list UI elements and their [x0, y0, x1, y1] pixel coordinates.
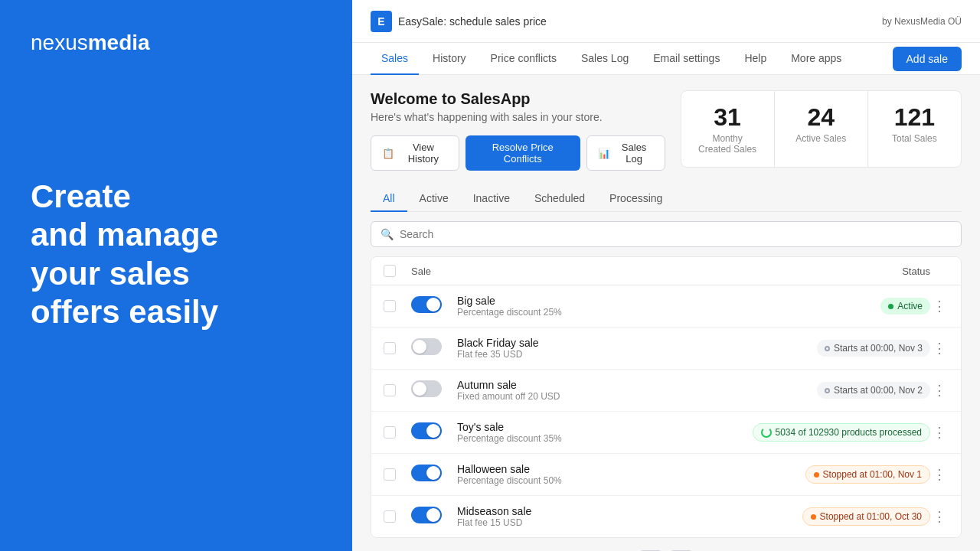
status-dot-2	[825, 346, 830, 351]
table-row: Halloween sale Percentage discount 50% S…	[371, 454, 961, 496]
more-options-3[interactable]: ⋮	[930, 382, 949, 399]
stat-label-total: Total Sales	[884, 133, 946, 144]
sale-name-4: Toy's sale	[457, 421, 762, 433]
status-badge-6: Stopped at 01:00, Oct 30	[802, 507, 930, 526]
add-sale-button[interactable]: Add sale	[893, 47, 962, 71]
top-bar: E EasySale: schedule sales price by Nexu…	[352, 0, 980, 43]
column-header-sale: Sale	[411, 266, 792, 277]
tab-more-apps[interactable]: More apps	[780, 43, 852, 75]
action-buttons: 📋 View History Resolve Price Conflicts 📊…	[371, 135, 665, 171]
row-checkbox-6[interactable]	[384, 510, 396, 523]
stats-cards: 31 Monthy Created Sales 24 Active Sales …	[681, 90, 962, 168]
table-row: Black Friday sale Flat fee 35 USD Starts…	[371, 328, 961, 370]
sale-name-2: Black Friday sale	[457, 337, 762, 349]
sale-name-5: Halloween sale	[457, 463, 762, 475]
status-badge-1: Active	[880, 298, 930, 315]
more-options-1[interactable]: ⋮	[930, 298, 949, 315]
app-title-row: E EasySale: schedule sales price	[371, 11, 547, 32]
tab-email-settings[interactable]: Email settings	[642, 43, 730, 75]
status-dot-3	[825, 388, 830, 393]
more-options-4[interactable]: ⋮	[930, 424, 949, 441]
search-input[interactable]	[400, 228, 952, 240]
more-options-5[interactable]: ⋮	[930, 466, 949, 483]
toggle-black-friday[interactable]	[411, 338, 442, 355]
toggle-toys[interactable]	[411, 422, 442, 439]
toggle-midseason[interactable]	[411, 507, 442, 523]
toggle-big-sale[interactable]	[411, 296, 442, 313]
sale-name-3: Autumn sale	[457, 379, 762, 391]
sale-desc-4: Percentage discount 35%	[457, 433, 762, 444]
sale-desc-1: Percentage discount 25%	[457, 307, 762, 318]
nav-tabs: Sales History Price conflicts Sales Log …	[352, 43, 980, 75]
sale-name-1: Big sale	[457, 295, 762, 307]
tab-price-conflicts[interactable]: Price conflicts	[480, 43, 567, 75]
sale-desc-2: Flat fee 35 USD	[457, 349, 762, 360]
tab-sales-log[interactable]: Sales Log	[570, 43, 639, 75]
right-panel: E EasySale: schedule sales price by Nexu…	[352, 0, 980, 551]
sale-desc-5: Percentage discount 50%	[457, 475, 762, 486]
search-icon: 🔍	[381, 228, 394, 240]
view-history-button[interactable]: 📋 View History	[371, 135, 459, 171]
toggle-halloween[interactable]	[411, 465, 442, 481]
sales-log-icon: 📊	[598, 148, 610, 159]
filter-tabs: All Active Inactive Scheduled Processing	[371, 186, 962, 212]
status-dot-1	[888, 304, 893, 309]
stat-number-total: 121	[884, 103, 946, 132]
sales-log-button[interactable]: 📊 Sales Log	[586, 135, 665, 171]
resolve-price-conflicts-button[interactable]: Resolve Price Conflicts	[466, 135, 580, 171]
table-header: Sale Status	[371, 257, 961, 285]
table-row: Big sale Percentage discount 25% Active …	[371, 285, 961, 328]
status-dot-6	[811, 514, 816, 520]
stat-number-active: 24	[790, 103, 852, 132]
status-badge-5: Stopped at 01:00, Nov 1	[805, 465, 930, 484]
select-all-checkbox[interactable]	[384, 265, 396, 277]
filter-tab-scheduled[interactable]: Scheduled	[522, 186, 597, 212]
app-title: EasySale: schedule sales price	[398, 15, 547, 28]
hero-line1: Createand manageyour salesoffers easily	[31, 178, 218, 330]
search-bar: 🔍	[371, 221, 962, 247]
sale-desc-3: Fixed amount off 20 USD	[457, 391, 762, 402]
row-checkbox-1[interactable]	[384, 300, 396, 312]
table-row: Midseason sale Flat fee 15 USD Stopped a…	[371, 496, 961, 537]
logo-second: media	[88, 31, 150, 54]
row-checkbox-5[interactable]	[384, 468, 396, 481]
hero-text: Createand manageyour salesoffers easily	[31, 178, 322, 332]
status-dot-4	[761, 427, 772, 438]
welcome-title: Welcome to SalesApp	[371, 90, 665, 108]
filter-tab-active[interactable]: Active	[407, 186, 461, 212]
logo: nexusmedia	[31, 31, 322, 55]
status-badge-3: Starts at 00:00, Nov 2	[817, 382, 930, 399]
filter-tab-all[interactable]: All	[371, 186, 407, 212]
more-options-2[interactable]: ⋮	[930, 340, 949, 357]
welcome-subtitle: Here's what's happening with sales in yo…	[371, 111, 665, 123]
tab-history[interactable]: History	[422, 43, 477, 75]
table-row: Toy's sale Percentage discount 35% 5034 …	[371, 412, 961, 454]
sale-desc-6: Flat fee 15 USD	[457, 517, 762, 528]
toggle-autumn[interactable]	[411, 380, 442, 397]
row-checkbox-2[interactable]	[384, 342, 396, 354]
tab-help[interactable]: Help	[733, 43, 777, 75]
status-badge-2: Starts at 00:00, Nov 3	[817, 340, 930, 357]
pagination: ‹ ›	[371, 538, 962, 551]
status-dot-5	[814, 472, 819, 478]
stat-monthly-created: 31 Monthy Created Sales	[681, 91, 775, 167]
filter-tab-inactive[interactable]: Inactive	[461, 186, 522, 212]
table-row: Autumn sale Fixed amount off 20 USD Star…	[371, 370, 961, 412]
sale-name-6: Midseason sale	[457, 505, 762, 517]
stat-label-monthly: Monthy Created Sales	[697, 133, 759, 155]
stat-label-active: Active Sales	[790, 133, 852, 144]
welcome-stats-row: Welcome to SalesApp Here's what's happen…	[371, 90, 962, 171]
by-label: by NexusMedia OÜ	[882, 16, 962, 27]
row-checkbox-3[interactable]	[384, 384, 396, 396]
sales-table: Sale Status Big sale Percentage discount…	[371, 256, 962, 538]
logo-first: nexus	[31, 31, 88, 54]
row-checkbox-4[interactable]	[384, 426, 396, 439]
stat-total: 121 Total Sales	[868, 91, 961, 167]
left-panel: nexusmedia Createand manageyour salesoff…	[0, 0, 352, 551]
more-options-6[interactable]: ⋮	[930, 508, 949, 525]
status-badge-4: 5034 of 102930 products processed	[753, 423, 930, 442]
tab-sales[interactable]: Sales	[371, 43, 419, 75]
stat-number-monthly: 31	[697, 103, 759, 132]
column-header-status: Status	[792, 266, 930, 277]
filter-tab-processing[interactable]: Processing	[597, 186, 675, 212]
